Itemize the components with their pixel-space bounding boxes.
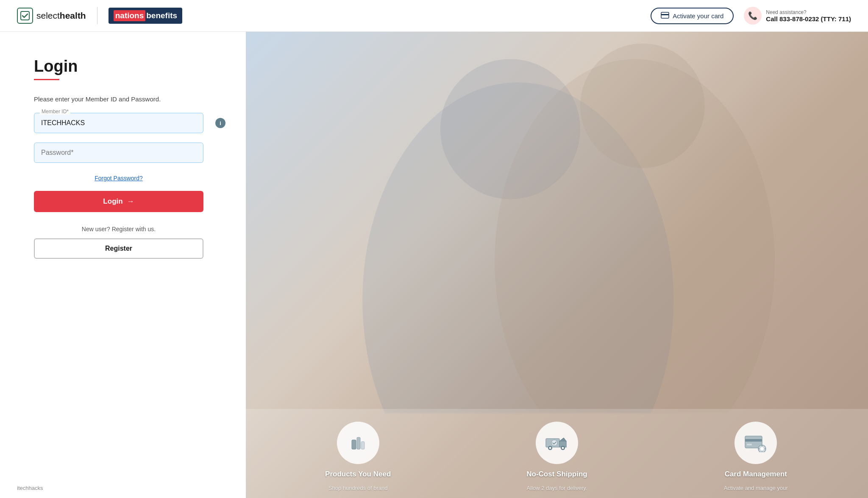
footer-text: itechhacks [17, 485, 43, 491]
login-button-label: Login [103, 197, 122, 206]
phone-icon-circle: 📞 [744, 7, 762, 25]
arrow-right-icon: → [127, 197, 134, 206]
shipping-icon-circle [536, 422, 578, 464]
new-user-text: New user? Register with us. [34, 226, 203, 232]
assistance-text: Need assistance? Call 833-878-0232 (TTY:… [766, 9, 851, 22]
selecthealth-logo: selecthealth [17, 8, 86, 24]
feature-shipping: No-Cost Shipping Allow 2 days for delive… [462, 422, 652, 492]
member-id-label: Member ID* [40, 109, 70, 115]
svg-rect-9 [361, 442, 364, 449]
svg-point-15 [551, 440, 557, 446]
login-button[interactable]: Login → [34, 191, 203, 212]
svg-point-6 [580, 43, 705, 168]
nations-highlight: nations [114, 10, 146, 21]
main-layout: Login Please enter your Member ID and Pa… [0, 32, 868, 498]
selecthealth-text: selecthealth [36, 11, 86, 21]
member-id-input[interactable] [34, 113, 203, 133]
svg-point-20 [760, 447, 764, 450]
features-bar: Products You Need Shop hundreds of brand [246, 409, 868, 498]
feature-shipping-title: No-Cost Shipping [526, 470, 587, 478]
assistance-block: 📞 Need assistance? Call 833-878-0232 (TT… [744, 7, 851, 25]
benefits-text: benefits [146, 11, 177, 20]
feature-card-management: Card Management Activate and manage your [661, 422, 851, 492]
login-subtitle: Please enter your Member ID and Password… [34, 95, 212, 103]
phone-icon: 📞 [748, 11, 757, 20]
svg-rect-2 [661, 14, 669, 15]
activate-card-label: Activate your card [673, 12, 723, 20]
svg-rect-8 [357, 437, 360, 449]
svg-rect-21 [762, 445, 763, 446]
feature-card-management-desc: Activate and manage your [724, 484, 788, 492]
page-title: Login [34, 57, 212, 76]
shipping-icon [545, 434, 569, 451]
header: selecthealth nations benefits Activate y… [0, 0, 868, 32]
logo-divider [97, 7, 97, 24]
svg-rect-7 [352, 440, 356, 449]
credit-card-icon [661, 12, 669, 20]
svg-rect-22 [762, 451, 763, 452]
assistance-number: Call 833-878-0232 (TTY: 711) [766, 15, 851, 22]
svg-rect-18 [747, 444, 752, 445]
nations-benefits-logo: nations benefits [108, 8, 182, 24]
feature-shipping-desc: Allow 2 days for delivery. [527, 484, 587, 492]
feature-products-desc: Shop hundreds of brand [328, 484, 388, 492]
feature-products-title: Products You Need [325, 470, 391, 478]
title-underline [34, 79, 59, 80]
activate-card-button[interactable]: Activate your card [651, 8, 734, 24]
couple-image [246, 32, 868, 413]
password-input[interactable] [34, 143, 203, 163]
svg-rect-23 [758, 448, 760, 450]
feature-card-management-title: Card Management [725, 470, 787, 478]
card-management-icon [744, 434, 767, 452]
header-logos: selecthealth nations benefits [17, 7, 182, 24]
left-panel: Login Please enter your Member ID and Pa… [0, 32, 246, 498]
member-id-field-group: Member ID* i [34, 113, 212, 133]
svg-point-5 [440, 59, 580, 199]
forgot-password-link[interactable]: Forgot Password? [34, 175, 203, 182]
right-panel: Products You Need Shop hundreds of brand [246, 32, 868, 498]
products-icon [348, 432, 369, 453]
card-management-icon-circle [734, 422, 777, 464]
header-actions: Activate your card 📞 Need assistance? Ca… [651, 7, 851, 25]
feature-products: Products You Need Shop hundreds of brand [263, 422, 453, 492]
svg-point-13 [549, 447, 551, 449]
svg-point-14 [562, 447, 564, 449]
products-icon-circle [337, 422, 379, 464]
register-button[interactable]: Register [34, 238, 203, 259]
member-id-info-icon[interactable]: i [215, 118, 225, 128]
svg-rect-24 [765, 448, 766, 450]
logo-icon [17, 8, 33, 24]
password-field-group [34, 143, 212, 163]
assistance-label: Need assistance? [766, 9, 851, 15]
svg-rect-17 [745, 439, 762, 442]
